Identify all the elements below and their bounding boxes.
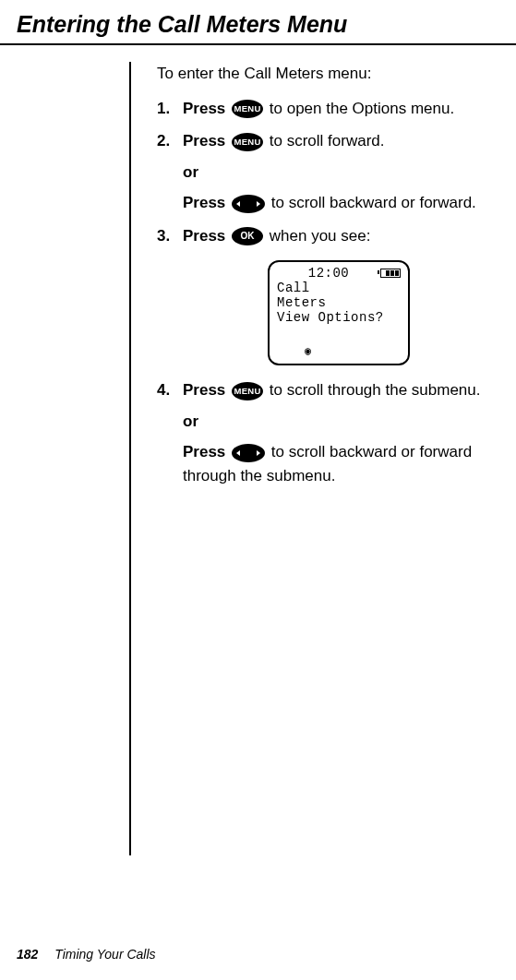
step-tail: to scroll backward or forward. [271,194,476,211]
battery-icon [380,269,401,278]
press-word: Press [183,443,225,460]
arrow-key [232,195,265,213]
arrow-key-icon [232,195,265,213]
step-tail: to scroll backward or forward through th… [183,443,472,484]
steps-list: 1. Press MENU to open the Options menu. … [157,97,516,488]
screen-line3: View Options? [277,310,401,325]
step-num: 4. [157,378,183,402]
footer: 182 Timing Your Calls [17,947,156,962]
press-word: Press [183,100,225,117]
step-body: Press MENU to scroll forward. or Press t… [183,129,516,215]
step-num: 3. [157,224,183,248]
step-num: 1. [157,97,183,121]
step-body: Press MENU to scroll through the submenu… [183,378,516,487]
menu-key-icon: MENU [232,382,263,400]
chapter-name: Timing Your Calls [54,947,155,962]
or-label: or [183,161,516,185]
menu-key-label: MENU [232,133,263,151]
intro-text: To enter the Call Meters menu: [157,62,516,86]
step-1: 1. Press MENU to open the Options menu. [157,97,516,121]
menu-key-label: MENU [232,100,263,118]
press-word: Press [183,227,225,245]
phone-screen: 12:00 Call Meters View Options? ◉ [268,260,410,365]
arrow-key [232,444,265,462]
screen-line2: Meters [277,295,401,310]
screen-row: 12:00 Call Meters View Options? ◉ [157,260,516,365]
press-word: Press [183,194,225,211]
step-body: Press MENU to open the Options menu. [183,97,516,121]
step-tail: to scroll through the submenu. [270,381,481,399]
step-2: 2. Press MENU to scroll forward. or Pres… [157,129,516,215]
press-word: Press [183,132,225,149]
screen-time: 12:00 [308,266,350,281]
step-tail: to scroll forward. [270,132,385,149]
arrow-key-icon [232,444,265,462]
screen-line1: Call [277,281,401,295]
ok-key-label: OK [232,227,263,245]
press-word: Press [183,381,225,399]
step-tail: when you see: [270,227,371,245]
or-label: or [183,410,516,434]
page-title: Entering the Call Meters Menu [0,0,516,45]
ok-key-icon: OK [232,227,263,245]
step-num: 2. [157,129,183,153]
content: To enter the Call Meters menu: 1. Press … [129,62,516,855]
step-tail: to open the Options menu. [270,100,454,117]
page-number: 182 [17,947,38,962]
menu-key-icon: MENU [232,133,263,151]
menu-key-label: MENU [232,382,263,400]
menu-key-icon: MENU [232,100,263,118]
step-3: 3. Press OK when you see: [157,224,516,248]
screen-dot-icon: ◉ [305,346,312,359]
step-body: Press OK when you see: [183,224,516,248]
status-bar: 12:00 [277,266,401,281]
step-4: 4. Press MENU to scroll through the subm… [157,378,516,487]
phone-screen-wrap: 12:00 Call Meters View Options? ◉ [268,260,516,365]
